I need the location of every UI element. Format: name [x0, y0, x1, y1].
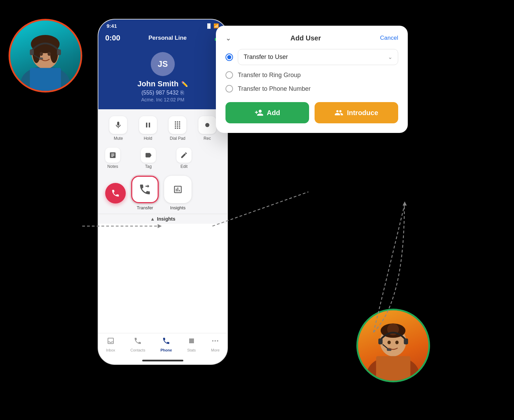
dialpad-label: Dial Pad: [170, 136, 185, 141]
svg-point-27: [395, 341, 399, 344]
modal-cancel-button[interactable]: Cancel: [380, 35, 398, 41]
stats-icon: [187, 337, 196, 347]
contact-time: 12:02 PM: [164, 97, 184, 102]
call-timer: 0:00: [105, 34, 120, 42]
transfer-icon-wrap: [131, 176, 159, 203]
phone-number-label: Transfer to Phone Number: [238, 85, 310, 92]
svg-point-26: [388, 341, 391, 344]
dialpad-icon-wrap: [169, 116, 186, 134]
hold-button[interactable]: Hold: [135, 116, 161, 141]
nav-stats[interactable]: Stats: [187, 337, 196, 352]
insights-button[interactable]: Insights: [164, 176, 192, 210]
introduce-button[interactable]: Introduce: [315, 102, 398, 123]
status-time: 9:41: [107, 23, 117, 29]
hold-icon-wrap: [139, 116, 157, 134]
insights-bar-label: Insights: [157, 216, 175, 222]
contacts-label: Contacts: [130, 348, 145, 352]
contact-name-row: John Smith ✏️: [137, 79, 188, 88]
copy-icon[interactable]: ⎘: [181, 90, 184, 96]
add-user-modal: ⌄ Add User Cancel Transfer to User ⌄ Tra…: [216, 26, 408, 133]
insights-label: Insights: [170, 205, 186, 210]
stats-label: Stats: [187, 348, 196, 352]
svg-rect-25: [376, 356, 410, 381]
dialpad-button[interactable]: Dial Pad: [164, 116, 191, 141]
contact-phone-row: (555) 987 5432 ⎘: [142, 90, 184, 96]
phone-number: (555) 987 5432: [142, 90, 179, 96]
tag-button[interactable]: Tag: [141, 148, 156, 169]
call-header: 0:00 Personal Line: [98, 31, 227, 49]
svg-point-15: [40, 52, 43, 56]
mute-icon-wrap: [109, 116, 127, 134]
phone-nav-label: Phone: [160, 348, 172, 352]
edit-icon: [176, 148, 192, 163]
call-controls: Mute Hold Dial Pad Rec: [98, 109, 227, 144]
radio-selected-icon[interactable]: [225, 53, 233, 61]
transfer-user-dropdown[interactable]: Transfer to User ⌄: [238, 49, 398, 65]
more-label: More: [211, 348, 220, 352]
edit-button[interactable]: Edit: [176, 148, 192, 169]
tag-label: Tag: [145, 164, 151, 169]
record-icon-wrap: [198, 116, 216, 134]
add-label: Add: [267, 109, 280, 117]
svg-rect-10: [30, 49, 34, 55]
insights-icon-wrap: [164, 176, 192, 203]
contact-initials: JS: [158, 59, 168, 69]
add-button[interactable]: Add: [225, 102, 309, 123]
introduce-label: Introduce: [347, 109, 378, 117]
signal-icon: ▐▌: [206, 23, 212, 28]
nav-more[interactable]: More: [211, 337, 220, 352]
more-icon: [211, 337, 219, 347]
edit-contact-icon[interactable]: ✏️: [181, 81, 188, 87]
contact-name: John Smith: [137, 79, 179, 88]
contact-meta: Acme. Inc 12:02 PM: [141, 97, 184, 102]
phone-nav-icon: [162, 337, 170, 347]
svg-rect-14: [30, 68, 61, 91]
contacts-icon: [134, 337, 142, 347]
status-icons: ▐▌ 📶: [206, 23, 219, 28]
modal-header: ⌄ Add User Cancel: [225, 34, 398, 42]
end-call-button[interactable]: [105, 183, 126, 203]
agent-avatar-right: [356, 309, 430, 382]
notes-label: Notes: [107, 164, 118, 169]
nav-inbox[interactable]: Inbox: [106, 337, 115, 352]
mute-label: Mute: [114, 136, 123, 141]
transfer-phone-number-option[interactable]: Transfer to Phone Number: [225, 85, 398, 92]
phone-frame: 9:41 ▐▌ 📶 0:00 Personal Line JS John Smi…: [98, 19, 228, 365]
phone-status-bar: 9:41 ▐▌ 📶: [98, 20, 227, 31]
bottom-nav: Inbox Contacts Phone Stats More: [98, 333, 227, 354]
record-label: Rec: [204, 136, 211, 141]
inbox-label: Inbox: [106, 348, 115, 352]
radio-empty-phone-number: [225, 85, 233, 92]
transfer-label: Transfer: [137, 205, 153, 210]
mute-button[interactable]: Mute: [105, 116, 132, 141]
controls-grid: Mute Hold Dial Pad Rec: [105, 116, 220, 141]
svg-marker-4: [403, 201, 407, 206]
svg-point-30: [215, 340, 216, 342]
radio-empty-ring-group: [225, 71, 233, 79]
svg-point-16: [48, 52, 51, 56]
transfer-button[interactable]: Transfer: [131, 176, 159, 210]
transfer-endcall-row: Transfer Insights: [98, 172, 227, 214]
svg-point-29: [212, 340, 213, 342]
notes-button[interactable]: Notes: [105, 148, 120, 169]
tag-icon: [141, 148, 156, 163]
contact-avatar: JS: [151, 52, 175, 76]
svg-rect-11: [57, 49, 61, 55]
nav-contacts[interactable]: Contacts: [130, 337, 145, 352]
contact-section: JS John Smith ✏️ (555) 987 5432 ⎘ Acme. …: [98, 49, 227, 109]
svg-rect-22: [404, 338, 408, 344]
svg-rect-21: [378, 338, 382, 344]
insights-bar: ▲ Insights: [98, 214, 227, 224]
nav-phone[interactable]: Phone: [160, 337, 172, 352]
notes-icon: [105, 148, 120, 163]
contact-company: Acme. Inc: [141, 97, 162, 102]
inbox-icon: [107, 337, 115, 347]
svg-point-31: [217, 340, 218, 342]
call-line: Personal Line: [148, 35, 186, 41]
dropdown-selected-value: Transfer to User: [244, 53, 288, 61]
modal-chevron-icon[interactable]: ⌄: [225, 34, 231, 42]
transfer-ring-group-option[interactable]: Transfer to Ring Group: [225, 71, 398, 79]
action-row: Notes Tag Edit: [98, 144, 227, 172]
hold-label: Hold: [144, 136, 152, 141]
modal-actions: Add Introduce: [225, 102, 398, 123]
